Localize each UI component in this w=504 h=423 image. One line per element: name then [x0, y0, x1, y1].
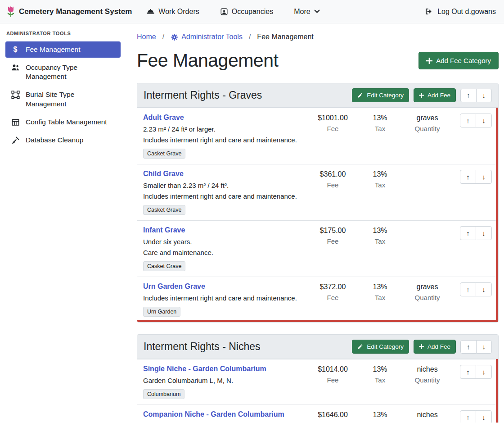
fee-reorder-buttons: ↑ ↓	[460, 226, 492, 240]
fee-description-line: Under six years.	[143, 238, 307, 246]
nav-more[interactable]: More	[294, 8, 320, 16]
move-fee-down-button[interactable]: ↓	[476, 410, 492, 423]
fee-name-link[interactable]: Adult Grave	[143, 114, 184, 122]
fee-amount-column: $1646.00 Fee	[307, 410, 359, 423]
move-category-up-button[interactable]: ↑	[460, 89, 477, 102]
fee-type-badge: Columbarium	[143, 389, 184, 399]
move-category-up-button[interactable]: ↑	[460, 340, 477, 354]
fee-amount: $1001.00	[307, 114, 359, 122]
logout-link[interactable]: Log Out d.gowans	[425, 8, 496, 16]
hard-hat-icon	[146, 8, 155, 15]
fee-name-link[interactable]: Companion Niche - Garden Columbarium	[143, 410, 284, 418]
main-nav: Work Orders Occupancies More	[146, 8, 320, 16]
move-fee-up-button[interactable]: ↑	[460, 226, 476, 240]
app-brand[interactable]: Cemetery Management System	[6, 5, 132, 18]
quantity-label: Quantity	[401, 422, 453, 423]
edit-category-button[interactable]: Edit Category	[352, 88, 409, 102]
edit-category-label: Edit Category	[367, 92, 404, 99]
table-icon	[11, 118, 20, 127]
fee-row: Infant Grave Under six years. Care and m…	[137, 220, 498, 277]
admin-sidebar: Administrator Tools $ Fee Management Occ…	[0, 23, 126, 423]
quantity-label: Quantity	[401, 125, 453, 132]
move-fee-down-button[interactable]: ↓	[476, 282, 492, 296]
fee-name-link[interactable]: Single Niche - Garden Columbarium	[143, 365, 266, 373]
move-fee-down-button[interactable]: ↓	[476, 226, 492, 240]
move-fee-up-button[interactable]: ↑	[460, 114, 476, 127]
category-header: Interment Rights - Graves Edit Category …	[137, 83, 498, 108]
fee-reorder-buttons: ↑ ↓	[460, 170, 492, 184]
sidebar-item-occupancy-type[interactable]: Occupancy Type Management	[5, 59, 121, 85]
fee-type-badge: Casket Grave	[143, 261, 185, 271]
fee-amount-label: Fee	[307, 181, 359, 189]
fee-amount-label: Fee	[307, 376, 359, 384]
move-fee-up-button[interactable]: ↑	[460, 365, 476, 379]
fee-description-line: 2.23 m² / 24 ft² or larger.	[143, 125, 307, 133]
fee-category-card-niches: Interment Rights - Niches Edit Category …	[137, 334, 499, 423]
breadcrumb-admin-tools-link[interactable]: Administrator Tools	[171, 33, 243, 41]
quantity-unit: graves	[401, 114, 453, 122]
tax-column: 13% Tax	[359, 365, 401, 384]
main-content: Home / Administrator Tools / Fee Managem…	[126, 23, 504, 423]
fee-amount-label: Fee	[307, 237, 359, 245]
sidebar-item-burial-site-type[interactable]: Burial Site Type Management	[5, 86, 121, 112]
tax-value: 13%	[359, 411, 401, 419]
vertical-scrollbar[interactable]	[496, 359, 498, 423]
fee-info: Child Grave Smaller than 2.23 m² / 24 ft…	[143, 170, 307, 215]
move-fee-up-button[interactable]: ↑	[460, 170, 476, 184]
tax-column: 13% Tax	[359, 114, 401, 132]
add-fee-category-button[interactable]: Add Fee Category	[418, 52, 499, 69]
horizontal-scrollbar[interactable]	[137, 320, 498, 322]
move-fee-down-button[interactable]: ↓	[476, 170, 492, 184]
gear-icon	[171, 33, 178, 41]
add-fee-button[interactable]: Add Fee	[414, 88, 456, 102]
sidebar-item-database-cleanup[interactable]: Database Cleanup	[5, 132, 121, 148]
move-fee-down-button[interactable]: ↓	[476, 365, 492, 379]
breadcrumb-admin-tools-label: Administrator Tools	[181, 33, 243, 41]
category-reorder-buttons: ↑ ↓	[460, 89, 492, 102]
fee-row: Companion Niche - Garden Columbarium Gar…	[137, 405, 498, 423]
fee-row: Child Grave Smaller than 2.23 m² / 24 ft…	[137, 164, 498, 220]
nav-occupancies[interactable]: Occupancies	[220, 8, 274, 16]
fee-reorder-buttons: ↑ ↓	[460, 114, 492, 127]
fee-name-link[interactable]: Infant Grave	[143, 226, 185, 234]
fee-amount: $1646.00	[307, 411, 359, 419]
move-fee-up-button[interactable]: ↑	[460, 410, 476, 423]
sidebar-heading: Administrator Tools	[6, 31, 121, 36]
tax-label: Tax	[359, 125, 401, 132]
tax-label: Tax	[359, 294, 401, 301]
fee-reorder-buttons: ↑ ↓	[460, 365, 492, 379]
fee-reorder-buttons: ↑ ↓	[460, 282, 492, 296]
nav-work-orders[interactable]: Work Orders	[146, 8, 199, 16]
tax-value: 13%	[359, 227, 401, 235]
fee-name-link[interactable]: Urn Garden Grave	[143, 282, 205, 291]
breadcrumb-separator: /	[249, 33, 251, 41]
move-fee-down-button[interactable]: ↓	[476, 114, 492, 127]
fee-type-badge: Urn Garden	[143, 307, 180, 317]
page-title: Fee Management	[137, 50, 278, 71]
pencil-icon	[357, 344, 363, 350]
plus-icon	[426, 58, 432, 64]
category-reorder-buttons: ↑ ↓	[460, 340, 492, 354]
sidebar-item-config-table[interactable]: Config Table Management	[5, 114, 121, 130]
fee-amount: $175.00	[307, 227, 359, 235]
vertical-scrollbar[interactable]	[496, 108, 498, 322]
logout-label: Log Out d.gowans	[437, 8, 496, 16]
fee-name-link[interactable]: Child Grave	[143, 170, 184, 178]
add-fee-label: Add Fee	[428, 343, 450, 350]
logout-icon	[425, 8, 433, 15]
broom-icon	[11, 136, 20, 145]
quantity-label: Quantity	[401, 294, 453, 301]
add-fee-label: Add Fee	[428, 92, 450, 99]
add-fee-button[interactable]: Add Fee	[414, 340, 456, 354]
chevron-down-icon	[314, 9, 320, 14]
edit-category-button[interactable]: Edit Category	[352, 340, 409, 354]
sidebar-item-fee-management[interactable]: $ Fee Management	[5, 41, 121, 58]
fee-amount-label: Fee	[307, 294, 359, 301]
move-category-down-button[interactable]: ↓	[476, 89, 492, 102]
breadcrumb-home-link[interactable]: Home	[137, 33, 156, 41]
quantity-column	[401, 226, 453, 227]
fee-row: Urn Garden Grave Includes interment righ…	[137, 277, 498, 322]
tax-value: 13%	[359, 114, 401, 122]
move-fee-up-button[interactable]: ↑	[460, 282, 476, 296]
move-category-down-button[interactable]: ↓	[476, 340, 492, 354]
